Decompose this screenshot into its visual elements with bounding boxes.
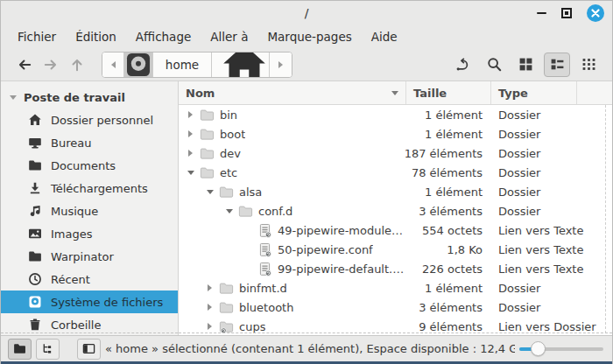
folder-icon <box>200 165 215 180</box>
sidebar-item-corbeille[interactable]: Corbeille <box>1 313 178 336</box>
sidebar-item-label: Documents <box>51 159 116 172</box>
expander-closed-icon[interactable] <box>203 317 216 335</box>
menu-item-affichage[interactable]: Affichage <box>126 27 201 46</box>
titlebar[interactable]: / <box>1 1 612 25</box>
toggle-location-entry-button[interactable] <box>449 52 476 77</box>
file-row-50-pipewire-conf[interactable]: 50-pipewire.conf1,8 KoLien vers Texte <box>179 240 612 259</box>
file-size: 1 élément <box>406 105 491 124</box>
file-type: Dossier <box>491 105 577 124</box>
minimize-icon[interactable] <box>537 12 546 15</box>
file-type: Dossier <box>491 298 577 317</box>
menu-item-aide[interactable]: Aide <box>362 27 407 46</box>
sidebar-item-label: Téléchargements <box>51 182 148 195</box>
sidebar-item-images[interactable]: Images <box>1 222 178 245</box>
row-stub <box>577 163 612 182</box>
disk-icon <box>124 52 152 78</box>
search-button[interactable] <box>481 52 507 77</box>
list-view-button[interactable] <box>544 52 570 77</box>
folder-link-icon <box>219 319 234 334</box>
file-row-49-pipewire-modules-conf[interactable]: 49-pipewire-modules.conf554 octetsLien v… <box>179 220 612 240</box>
file-type: Dossier <box>491 201 577 220</box>
show-treeview-button[interactable] <box>36 339 60 360</box>
file-size: 1 élément <box>406 124 491 144</box>
clock-icon <box>28 272 42 286</box>
sidebar-item-recent[interactable]: Récent <box>1 268 178 290</box>
file-row-boot[interactable]: boot1 élémentDossier <box>179 124 612 144</box>
row-stub <box>577 240 612 259</box>
file-row-etc[interactable]: etc78 élémentsDossier <box>179 163 612 182</box>
sidebar-section-header[interactable]: Poste de travail <box>1 86 178 108</box>
breadcrumb-home-button[interactable]: home <box>153 52 212 77</box>
file-row-binfmt-d[interactable]: binfmt.d1 élémentDossier <box>179 278 612 298</box>
file-name: binfmt.d <box>239 282 287 295</box>
expander-closed-icon[interactable] <box>184 124 197 144</box>
maximize-icon[interactable] <box>561 8 572 18</box>
file-row-alsa[interactable]: alsa1 élémentDossier <box>179 182 612 201</box>
image-icon <box>28 227 42 241</box>
expander-closed-icon[interactable] <box>203 278 216 298</box>
path-scroll-left-button[interactable] <box>102 52 124 77</box>
sidebar-item-systeme-de-fichiers[interactable]: Système de fichiers <box>1 290 178 313</box>
sidebar-item-dossier-personnel[interactable]: Dossier personnel <box>1 108 178 131</box>
up-button[interactable] <box>64 52 90 77</box>
path-scroll-right-button[interactable] <box>270 52 292 77</box>
expander-closed-icon[interactable] <box>184 105 197 124</box>
column-header-name[interactable]: Nom <box>179 81 406 104</box>
music-icon <box>28 204 42 218</box>
folder-icon <box>238 204 253 219</box>
hide-sidebar-button[interactable] <box>77 339 101 360</box>
file-size: 226 octets <box>406 259 491 278</box>
file-type: Dossier <box>491 182 577 201</box>
menu-item-aller-a[interactable]: Aller à <box>201 27 257 46</box>
folder-icon <box>200 108 215 122</box>
home-icon-dark <box>220 52 269 78</box>
sidebar-item-warpinator[interactable]: Warpinator <box>1 245 178 268</box>
expander-closed-icon[interactable] <box>184 144 197 163</box>
file-size: 3 éléments <box>406 298 491 317</box>
curved-arrow-icon <box>455 57 470 72</box>
expander-open-icon[interactable] <box>184 163 197 182</box>
sidebar-item-label: Musique <box>51 205 98 218</box>
breadcrumb-root-button[interactable] <box>124 52 153 77</box>
folder-dark-icon <box>28 249 42 263</box>
sidebar-item-label: Dossier personnel <box>51 114 153 127</box>
file-size: 1,8 Ko <box>406 240 491 259</box>
column-header-type[interactable]: Type <box>491 81 577 104</box>
file-row-bin[interactable]: bin1 élémentDossier <box>179 105 612 124</box>
column-header-size[interactable]: Taille <box>406 81 491 104</box>
file-row-dev[interactable]: dev187 élémentsDossier <box>179 144 612 163</box>
icon-view-button[interactable] <box>512 52 539 77</box>
folder-icon <box>219 300 234 315</box>
compact-view-button[interactable] <box>575 52 602 77</box>
forward-button[interactable] <box>38 52 64 77</box>
file-row-cups[interactable]: cups9 élémentsLien vers Dossier <box>179 317 612 335</box>
file-row-bluetooth[interactable]: bluetooth3 élémentsDossier <box>179 298 612 317</box>
menu-item-fichier[interactable]: Fichier <box>8 27 66 46</box>
search-icon <box>487 57 502 72</box>
close-icon[interactable] <box>587 4 604 22</box>
expander-closed-icon[interactable] <box>203 298 216 317</box>
file-name: bin <box>220 108 237 122</box>
slider-handle[interactable] <box>531 341 546 356</box>
expander-open-icon[interactable] <box>222 201 236 220</box>
back-button[interactable] <box>11 52 38 77</box>
breadcrumb: home <box>102 52 292 78</box>
text-link-icon <box>257 242 272 257</box>
file-row-99-pipewire-default-conf[interactable]: 99-pipewire-default.conf226 octetsLien v… <box>179 259 612 278</box>
zoom-slider[interactable] <box>519 340 603 358</box>
compact-view-icon <box>581 57 596 72</box>
menu-item-marque-pages[interactable]: Marque-pages <box>257 27 361 46</box>
row-stub <box>577 144 612 163</box>
file-size: 187 éléments <box>406 144 491 163</box>
menu-item-edition[interactable]: Édition <box>66 27 126 46</box>
file-row-conf-d[interactable]: conf.d3 élémentsDossier <box>179 201 612 220</box>
show-places-button[interactable] <box>8 339 32 360</box>
sidebar-item-musique[interactable]: Musique <box>1 200 178 222</box>
breadcrumb-user-home-button[interactable] <box>212 52 270 77</box>
row-stub <box>577 182 612 201</box>
sidebar-item-documents[interactable]: Documents <box>1 154 178 177</box>
sidebar-item-bureau[interactable]: Bureau <box>1 131 178 154</box>
sidebar-item-telechargements[interactable]: Téléchargements <box>1 177 178 200</box>
folder-icon <box>219 185 234 200</box>
expander-open-icon[interactable] <box>203 182 216 201</box>
